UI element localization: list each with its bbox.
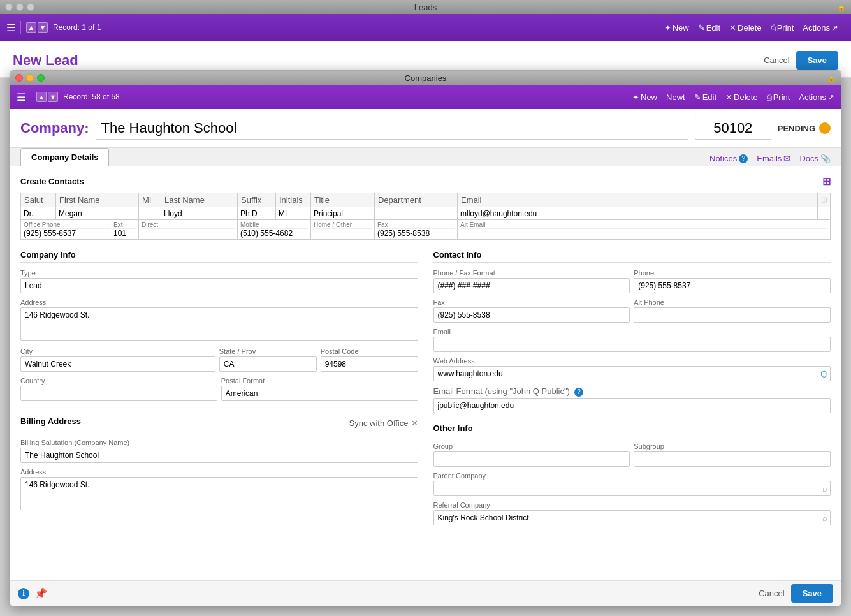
phone-fax-format-input[interactable] (433, 278, 630, 293)
postal-input[interactable] (321, 356, 418, 372)
type-input[interactable] (20, 278, 418, 293)
contacts-list-icon[interactable]: ⊞ (822, 175, 831, 187)
initials-input[interactable] (279, 209, 308, 218)
nav-down[interactable]: ▼ (38, 22, 48, 33)
company-name-input[interactable] (96, 117, 688, 140)
contact-first-name[interactable] (56, 207, 139, 220)
dot-close[interactable] (15, 74, 23, 82)
contact-email-input[interactable] (433, 337, 831, 352)
status-badge: PENDING (778, 122, 831, 134)
tab-company-details[interactable]: Company Details (20, 148, 109, 166)
dot-min[interactable] (26, 74, 34, 82)
referral-company-input[interactable] (433, 510, 831, 525)
contact-last-name[interactable] (161, 207, 238, 220)
home-input[interactable] (314, 228, 372, 238)
new-lead-cancel-button[interactable]: Cancel (764, 55, 789, 65)
companies-new-button[interactable]: ✦ New (632, 92, 657, 102)
billing-address-textarea[interactable]: 146 Ridgewood St. (20, 477, 418, 510)
email-input[interactable] (460, 209, 815, 218)
dot-close[interactable] (5, 3, 13, 11)
leads-delete-button[interactable]: ✕ Delete (729, 23, 762, 33)
group-input[interactable] (433, 451, 630, 467)
companies-edit-button[interactable]: ✎ Edit (694, 92, 716, 102)
web-address-input[interactable] (433, 366, 831, 381)
bottom-bar: ℹ 📌 Cancel Save (10, 580, 841, 606)
web-address-wrapper: ⬡ (433, 366, 831, 381)
office-phone-input[interactable] (24, 228, 111, 238)
alt-email-input[interactable] (460, 228, 827, 238)
leads-edit-button[interactable]: ✎ Edit (698, 23, 720, 33)
notices-link[interactable]: Notices ? (709, 154, 748, 163)
pin-icon[interactable]: 📌 (34, 587, 47, 599)
fax-input[interactable] (433, 307, 630, 323)
email-format-help-icon[interactable]: ? (574, 388, 583, 397)
billing-salutation-input[interactable] (20, 448, 418, 463)
companies-nav-up[interactable]: ▲ (36, 92, 47, 102)
companies-print-button[interactable]: ⎙ Print (767, 92, 790, 102)
contact-title[interactable] (311, 207, 375, 220)
state-input[interactable] (219, 356, 317, 372)
contact-salut[interactable] (21, 207, 56, 220)
first-name-input[interactable] (59, 209, 136, 218)
dot-max[interactable] (37, 74, 45, 82)
subgroup-input[interactable] (634, 451, 831, 467)
leads-print-button[interactable]: ⎙ Print (771, 23, 794, 33)
leads-new-button[interactable]: ✦ New (664, 23, 689, 33)
col-list-icon[interactable]: ⊞ (818, 193, 831, 207)
contact-mi[interactable] (139, 207, 161, 220)
new-lead-title: New Lead (13, 52, 78, 69)
companies-hamburger-icon[interactable]: ☰ (17, 91, 25, 103)
companies-delete-button[interactable]: ✕ Delete (725, 92, 758, 102)
address-field: Address 146 Ridgewood St. (20, 298, 418, 342)
alt-phone-input[interactable] (634, 307, 831, 323)
contact-department[interactable] (375, 207, 458, 220)
parent-company-field: Parent Company ⌕ (433, 472, 831, 496)
city-field: City (20, 348, 215, 372)
bottom-save-button[interactable]: Save (791, 584, 833, 603)
company-code-input[interactable] (695, 117, 771, 140)
suffix-input[interactable] (240, 209, 273, 218)
leads-actions-button[interactable]: Actions ↗ (803, 23, 838, 33)
docs-link[interactable]: Docs 📎 (799, 154, 831, 163)
external-link-icon[interactable]: ⬡ (820, 369, 827, 379)
companies-nav-down[interactable]: ▼ (48, 92, 58, 102)
companies-newt-button[interactable]: Newt (666, 92, 685, 102)
web-address-field: Web Address ⬡ (433, 357, 831, 381)
country-input[interactable] (20, 386, 217, 401)
address-label: Address (20, 298, 418, 306)
title-input[interactable] (314, 209, 372, 218)
dot-max[interactable] (27, 3, 34, 11)
department-input[interactable] (377, 209, 455, 218)
companies-actions-button[interactable]: Actions ↗ (799, 92, 834, 102)
postal-format-input[interactable] (221, 386, 418, 401)
info-icon[interactable]: ℹ (18, 588, 29, 599)
new-lead-save-button[interactable]: Save (796, 51, 838, 70)
bottom-right: Cancel Save (759, 584, 833, 603)
col-first-name: First Name (56, 193, 139, 207)
parent-company-input[interactable] (433, 481, 831, 496)
ext-input[interactable] (113, 228, 136, 238)
salut-input[interactable] (24, 209, 53, 218)
city-input[interactable] (20, 356, 215, 372)
contact-initials[interactable] (276, 207, 311, 220)
mobile-input[interactable] (240, 228, 308, 238)
contact-email[interactable] (458, 207, 818, 220)
bottom-cancel-button[interactable]: Cancel (759, 589, 784, 598)
notices-help-icon[interactable]: ? (739, 154, 748, 163)
email-format-input[interactable] (433, 398, 831, 413)
office-phone-label: Office Phone (24, 221, 111, 228)
nav-up[interactable]: ▲ (26, 22, 36, 33)
parent-company-search-icon[interactable]: ⌕ (822, 484, 827, 494)
dot-min[interactable] (16, 3, 24, 11)
referral-company-search-icon[interactable]: ⌕ (822, 513, 827, 523)
mi-input[interactable] (142, 209, 158, 218)
phone-input[interactable] (634, 278, 831, 293)
fax-input[interactable] (377, 228, 455, 238)
last-name-input[interactable] (164, 209, 235, 218)
address-textarea[interactable]: 146 Ridgewood St. (20, 307, 418, 341)
sync-x-icon[interactable]: ✕ (411, 418, 418, 428)
emails-link[interactable]: Emails ✉ (757, 154, 790, 163)
direct-input[interactable] (142, 228, 235, 238)
contact-suffix[interactable] (238, 207, 276, 220)
hamburger-icon[interactable]: ☰ (6, 22, 15, 34)
